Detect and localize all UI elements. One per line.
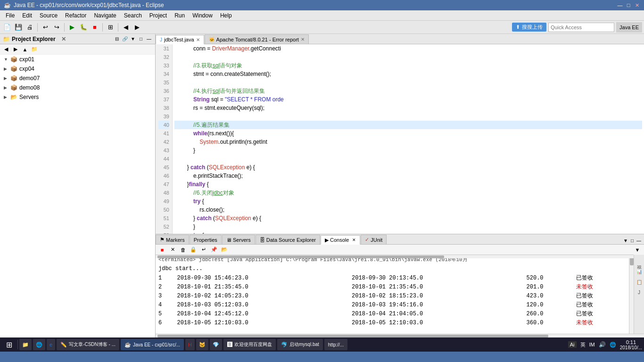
maximize-panel-button[interactable]: □	[138, 36, 144, 42]
menu-project[interactable]: Project	[146, 11, 171, 20]
panel-header-controls[interactable]: ⊟ 🔗 ▼ □ —	[114, 36, 152, 42]
menu-run[interactable]: Run	[171, 11, 189, 20]
row1-num: 1	[158, 274, 177, 283]
open-perspective-button[interactable]: ⊞	[105, 22, 116, 33]
taskbar-eclipse[interactable]: ☕ Java EE - cxp01/src/...	[121, 339, 184, 350]
console-word-wrap-btn[interactable]: ↵	[199, 245, 208, 255]
console-side-btn-1[interactable]: 视	[635, 257, 644, 265]
taskbar-pdf[interactable]: H	[185, 339, 195, 350]
volume-icon[interactable]: 🔊	[599, 341, 606, 348]
menu-file[interactable]: File	[2, 11, 18, 20]
taskbar-explorer[interactable]: 📁	[19, 339, 32, 350]
editor-console-area: J jdbcTest.java ✕ 🐱 Apache Tomcat/8.0.21…	[156, 34, 644, 337]
quick-access-box[interactable]	[548, 23, 614, 32]
project-cxp04[interactable]: ▶ 📦 cxp04	[0, 64, 155, 74]
title-controls[interactable]: — □ ✕	[617, 2, 640, 8]
taskbar-baidu[interactable]: 🅱 欢迎使用百度网盘	[223, 339, 276, 350]
console-hscrollbar[interactable]	[156, 334, 644, 337]
servers-tab-icon: 🖥	[226, 237, 231, 243]
close-explorer-button[interactable]: ✕	[61, 36, 66, 42]
code-line-52: }	[174, 222, 642, 231]
ai-label: Ai	[568, 341, 577, 348]
console-pin-btn[interactable]: 📌	[209, 245, 219, 255]
taskbar-misc2[interactable]: 💎	[210, 339, 222, 350]
perspective-button[interactable]: Java EE	[616, 22, 642, 33]
project-demo07[interactable]: ▶ 📦 demo07	[0, 74, 155, 83]
menu-search[interactable]: Search	[120, 11, 146, 20]
console-scroll-lock-btn[interactable]: 🔒	[189, 245, 198, 255]
explorer-menu-button[interactable]: ▼	[130, 36, 136, 42]
upload-button[interactable]: ⬆ 搜搜上传	[512, 23, 546, 32]
maximize-button[interactable]: □	[625, 2, 632, 8]
taskbar-url[interactable]: http://...	[324, 339, 347, 350]
minimize-panel-button[interactable]: —	[146, 36, 152, 42]
menu-window[interactable]: Window	[189, 11, 216, 20]
save-button[interactable]: 💾	[13, 22, 24, 33]
console-side-btn-2[interactable]: 📊	[635, 267, 644, 276]
close-button[interactable]: ✕	[634, 2, 640, 8]
tab-jdbctest[interactable]: J jdbcTest.java ✕	[156, 35, 204, 44]
menu-edit[interactable]: Edit	[18, 11, 36, 20]
console-view-menu-btn[interactable]: ▼	[633, 245, 642, 255]
network-icon[interactable]: 🌐	[610, 342, 616, 348]
close-jdbctest-tab[interactable]: ✕	[196, 37, 200, 42]
tab-datasource[interactable]: 🗄 Data Source Explorer	[256, 235, 320, 244]
debug-button[interactable]: 🐛	[78, 22, 89, 33]
quick-access-input[interactable]	[551, 25, 607, 30]
console-clear-btn[interactable]: 🗑	[178, 245, 188, 255]
new-button[interactable]: 📄	[2, 22, 12, 33]
maximize-console-button[interactable]: □	[630, 237, 635, 244]
taskbar-misc1[interactable]: 🐱	[196, 339, 208, 350]
lang-indicator[interactable]: 英	[580, 341, 586, 348]
prev-button[interactable]: ◀	[121, 22, 131, 33]
menu-refactor[interactable]: Refactor	[61, 11, 90, 20]
close-console-tab[interactable]: ✕	[352, 238, 356, 242]
undo-button[interactable]: ↩	[40, 22, 50, 33]
run-button[interactable]: ▶	[67, 22, 77, 33]
project-demo08[interactable]: ▶ 📦 demo08	[0, 83, 155, 92]
tab-markers[interactable]: ⚑ Markers	[156, 235, 189, 244]
code-content[interactable]: conn = DriverManager.getConnecti //3.获取s…	[173, 44, 644, 234]
link-button[interactable]: 🔗	[122, 36, 128, 42]
console-remove-btn[interactable]: ✕	[168, 245, 177, 255]
tab-properties[interactable]: Properties	[190, 235, 222, 244]
console-terminate-btn[interactable]: ■	[157, 245, 167, 255]
back-button[interactable]: ◀	[2, 45, 10, 54]
minimize-console-button[interactable]: —	[636, 237, 642, 244]
stop-button[interactable]: ■	[90, 22, 100, 33]
print-button[interactable]: 🖨	[25, 22, 35, 33]
cxp04-arrow: ▶	[4, 66, 8, 71]
time-display[interactable]: 0:11 2018/10/...	[620, 339, 642, 350]
forward-button[interactable]: ▶	[11, 45, 20, 54]
console-side-btn-3[interactable]: 📋	[635, 278, 644, 286]
new-folder-button[interactable]: 📁	[30, 45, 39, 54]
tab-junit[interactable]: ✓ JUnit	[361, 235, 387, 244]
taskbar-edge[interactable]: 🌐	[33, 339, 45, 350]
im-indicator[interactable]: IM	[589, 342, 595, 347]
console-output[interactable]: <terminated> jdbcTest [Java Application]…	[156, 255, 629, 334]
tab-console[interactable]: ▶ Console ✕	[321, 235, 360, 245]
start-button[interactable]: ⊞	[2, 339, 16, 350]
project-servers[interactable]: ▶ 📂 Servers	[0, 92, 155, 102]
open-console-button[interactable]: ▼	[622, 237, 629, 244]
project-cxp01[interactable]: ▼ 📦 cxp01	[0, 55, 155, 64]
tab-tomcat-error[interactable]: 🐱 Apache Tomcat/8.0.21 - Error report ✕	[205, 34, 309, 44]
console-tabs-row: ⚑ Markers Properties 🖥 Servers 🗄 Data So…	[156, 234, 644, 245]
collapse-all-button[interactable]: ⊟	[114, 36, 120, 42]
minimize-button[interactable]: —	[617, 2, 623, 8]
console-side-btn-4[interactable]: J	[635, 288, 644, 296]
next-button[interactable]: ▶	[132, 22, 142, 33]
redo-button[interactable]: ↪	[51, 22, 62, 33]
taskbar-mysql[interactable]: 🐬 启动mysql.bat	[277, 339, 323, 350]
menu-source[interactable]: Source	[36, 11, 61, 20]
console-open-file-btn[interactable]: 📂	[220, 245, 229, 255]
tab-servers[interactable]: 🖥 Servers	[222, 235, 255, 244]
menu-navigate[interactable]: Navigate	[90, 11, 120, 20]
console-vscrollbar[interactable]	[629, 255, 634, 334]
taskbar-writing[interactable]: ✏️ 写文章-CSDN博客 - ...	[57, 339, 119, 350]
menu-help[interactable]: Help	[216, 11, 236, 20]
row6-col2: 2018-10-05 12:10:03.0	[352, 319, 527, 328]
close-tomcat-tab[interactable]: ✕	[301, 37, 305, 42]
up-button[interactable]: ▲	[21, 45, 29, 54]
taskbar-ie[interactable]: e	[47, 339, 55, 350]
